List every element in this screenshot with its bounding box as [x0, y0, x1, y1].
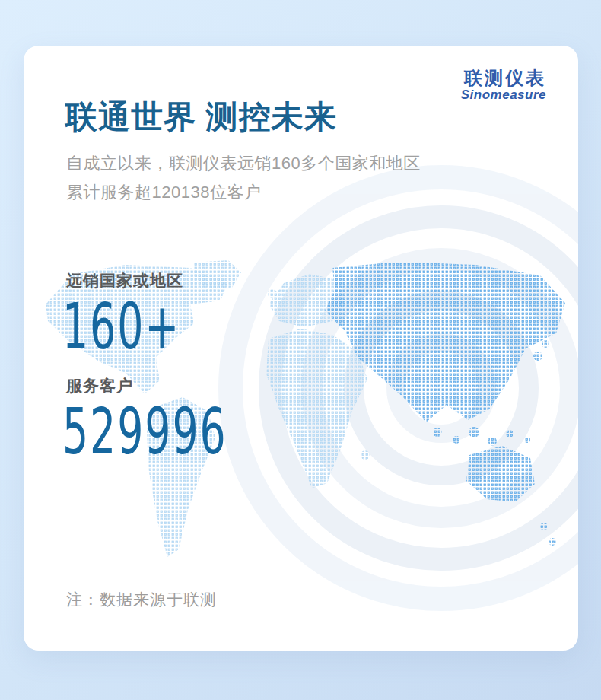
page-subtitle: 自成立以来，联测仪表远销160多个国家和地区 累计服务超120138位客户 [66, 149, 421, 207]
logo: 联测仪表 Sinomeasure [461, 68, 546, 102]
subtitle-line-1: 自成立以来，联测仪表远销160多个国家和地区 [66, 149, 421, 178]
logo-cn-text: 联测仪表 [461, 68, 546, 88]
subtitle-line-2: 累计服务超120138位客户 [66, 178, 421, 207]
page: { "logo": { "name_cn": "联测仪表", "name_en"… [0, 0, 601, 700]
page-title: 联通世界 测控未来 [65, 96, 337, 138]
stat-customers: 服务客户 529996 [66, 375, 320, 463]
stat-customers-label: 服务客户 [66, 375, 320, 396]
stat-countries: 远销国家或地区 160+ [66, 270, 247, 358]
stat-countries-value: 160+ [62, 294, 180, 358]
stat-countries-label: 远销国家或地区 [66, 270, 247, 291]
stats-card: 联测仪表 Sinomeasure 联通世界 测控未来 自成立以来，联测仪表远销1… [24, 46, 578, 651]
data-source-note: 注：数据来源于联测 [66, 589, 217, 610]
logo-en-text: Sinomeasure [461, 88, 546, 102]
stat-customers-value: 529996 [62, 399, 227, 463]
